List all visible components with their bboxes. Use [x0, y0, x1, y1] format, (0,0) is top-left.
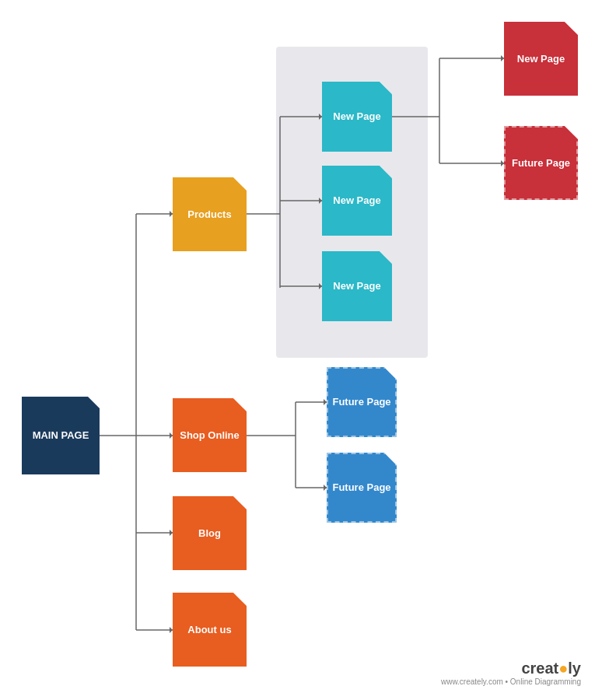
about-us-node: About us: [173, 593, 247, 667]
svg-marker-23: [501, 160, 504, 166]
svg-marker-3: [170, 211, 173, 217]
new-page-red-1-node: New Page: [504, 22, 578, 96]
creately-logo-dot: ●: [558, 660, 568, 677]
shop-online-node: Shop Online: [173, 398, 247, 472]
svg-marker-7: [170, 530, 173, 536]
creately-logo: creat●ly www.creately.com • Online Diagr…: [441, 660, 581, 686]
main-page-label: MAIN PAGE: [33, 429, 89, 442]
svg-marker-21: [501, 55, 504, 61]
svg-marker-29: [324, 485, 327, 491]
future-page-red-node: Future Page: [504, 126, 578, 200]
future-page-blue-1-label: Future Page: [332, 396, 390, 408]
future-page-red-label: Future Page: [512, 157, 570, 170]
new-page-teal-2-node: New Page: [322, 166, 392, 236]
products-label: Products: [187, 208, 231, 221]
shop-online-label: Shop Online: [180, 429, 240, 442]
blog-label: Blog: [198, 527, 221, 540]
new-page-teal-1-node: New Page: [322, 82, 392, 152]
svg-marker-27: [324, 399, 327, 405]
new-page-red-1-label: New Page: [517, 53, 565, 65]
future-page-blue-1-node: Future Page: [327, 367, 397, 437]
new-page-2-label: New Page: [333, 194, 380, 207]
creately-tagline: www.creately.com • Online Diagramming: [441, 677, 581, 686]
main-page-node: MAIN PAGE: [22, 397, 100, 474]
creately-logo-text: creat●ly: [441, 660, 581, 677]
new-page-teal-3-node: New Page: [322, 251, 392, 321]
future-page-blue-2-node: Future Page: [327, 453, 397, 523]
future-page-blue-2-label: Future Page: [332, 481, 390, 494]
new-page-3-label: New Page: [333, 280, 380, 292]
about-us-label: About us: [187, 624, 231, 636]
blog-node: Blog: [173, 496, 247, 570]
new-page-1-label: New Page: [333, 110, 380, 123]
svg-marker-9: [170, 627, 173, 633]
products-node: Products: [173, 177, 247, 251]
svg-marker-5: [170, 432, 173, 439]
diagram-container: MAIN PAGE Products Shop Online Blog Abou…: [0, 0, 595, 700]
